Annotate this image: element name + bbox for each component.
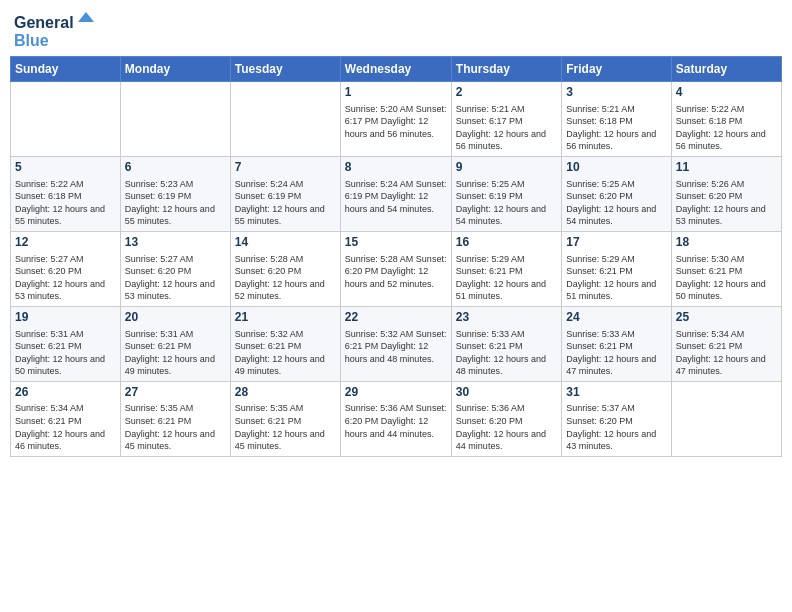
day-number: 21 bbox=[235, 310, 336, 326]
day-info: Sunrise: 5:28 AM Sunset: 6:20 PM Dayligh… bbox=[235, 253, 336, 303]
svg-text:Blue: Blue bbox=[14, 32, 49, 49]
logo-svg: General Blue bbox=[14, 10, 114, 50]
day-info: Sunrise: 5:32 AM Sunset: 6:21 PM Dayligh… bbox=[235, 328, 336, 378]
day-info: Sunrise: 5:27 AM Sunset: 6:20 PM Dayligh… bbox=[15, 253, 116, 303]
day-info: Sunrise: 5:32 AM Sunset: 6:21 PM Dayligh… bbox=[345, 328, 447, 366]
weekday-header-wednesday: Wednesday bbox=[340, 57, 451, 82]
day-number: 18 bbox=[676, 235, 777, 251]
calendar-cell: 21Sunrise: 5:32 AM Sunset: 6:21 PM Dayli… bbox=[230, 306, 340, 381]
day-info: Sunrise: 5:29 AM Sunset: 6:21 PM Dayligh… bbox=[566, 253, 666, 303]
calendar-cell: 4Sunrise: 5:22 AM Sunset: 6:18 PM Daylig… bbox=[671, 82, 781, 157]
day-info: Sunrise: 5:25 AM Sunset: 6:20 PM Dayligh… bbox=[566, 178, 666, 228]
day-info: Sunrise: 5:35 AM Sunset: 6:21 PM Dayligh… bbox=[235, 402, 336, 452]
day-number: 1 bbox=[345, 85, 447, 101]
logo-wrapper: General Blue bbox=[14, 10, 114, 50]
day-info: Sunrise: 5:21 AM Sunset: 6:18 PM Dayligh… bbox=[566, 103, 666, 153]
calendar-cell: 13Sunrise: 5:27 AM Sunset: 6:20 PM Dayli… bbox=[120, 231, 230, 306]
day-number: 29 bbox=[345, 385, 447, 401]
day-info: Sunrise: 5:31 AM Sunset: 6:21 PM Dayligh… bbox=[125, 328, 226, 378]
calendar-cell: 6Sunrise: 5:23 AM Sunset: 6:19 PM Daylig… bbox=[120, 156, 230, 231]
calendar-cell: 27Sunrise: 5:35 AM Sunset: 6:21 PM Dayli… bbox=[120, 381, 230, 456]
day-number: 10 bbox=[566, 160, 666, 176]
day-number: 27 bbox=[125, 385, 226, 401]
day-number: 20 bbox=[125, 310, 226, 326]
day-number: 4 bbox=[676, 85, 777, 101]
calendar-cell: 15Sunrise: 5:28 AM Sunset: 6:20 PM Dayli… bbox=[340, 231, 451, 306]
calendar-cell: 25Sunrise: 5:34 AM Sunset: 6:21 PM Dayli… bbox=[671, 306, 781, 381]
calendar-cell: 19Sunrise: 5:31 AM Sunset: 6:21 PM Dayli… bbox=[11, 306, 121, 381]
day-number: 30 bbox=[456, 385, 557, 401]
day-info: Sunrise: 5:26 AM Sunset: 6:20 PM Dayligh… bbox=[676, 178, 777, 228]
calendar-cell: 10Sunrise: 5:25 AM Sunset: 6:20 PM Dayli… bbox=[562, 156, 671, 231]
day-number: 28 bbox=[235, 385, 336, 401]
calendar-week-row: 26Sunrise: 5:34 AM Sunset: 6:21 PM Dayli… bbox=[11, 381, 782, 456]
day-info: Sunrise: 5:33 AM Sunset: 6:21 PM Dayligh… bbox=[456, 328, 557, 378]
day-info: Sunrise: 5:34 AM Sunset: 6:21 PM Dayligh… bbox=[676, 328, 777, 378]
day-info: Sunrise: 5:29 AM Sunset: 6:21 PM Dayligh… bbox=[456, 253, 557, 303]
calendar-cell: 2Sunrise: 5:21 AM Sunset: 6:17 PM Daylig… bbox=[451, 82, 561, 157]
calendar-cell: 3Sunrise: 5:21 AM Sunset: 6:18 PM Daylig… bbox=[562, 82, 671, 157]
weekday-header-saturday: Saturday bbox=[671, 57, 781, 82]
calendar-cell: 11Sunrise: 5:26 AM Sunset: 6:20 PM Dayli… bbox=[671, 156, 781, 231]
day-number: 17 bbox=[566, 235, 666, 251]
calendar-body: 1Sunrise: 5:20 AM Sunset: 6:17 PM Daylig… bbox=[11, 82, 782, 457]
calendar-table: SundayMondayTuesdayWednesdayThursdayFrid… bbox=[10, 56, 782, 457]
day-number: 12 bbox=[15, 235, 116, 251]
day-info: Sunrise: 5:22 AM Sunset: 6:18 PM Dayligh… bbox=[15, 178, 116, 228]
weekday-header-friday: Friday bbox=[562, 57, 671, 82]
day-number: 25 bbox=[676, 310, 777, 326]
day-info: Sunrise: 5:30 AM Sunset: 6:21 PM Dayligh… bbox=[676, 253, 777, 303]
day-info: Sunrise: 5:31 AM Sunset: 6:21 PM Dayligh… bbox=[15, 328, 116, 378]
calendar-cell: 30Sunrise: 5:36 AM Sunset: 6:20 PM Dayli… bbox=[451, 381, 561, 456]
day-info: Sunrise: 5:22 AM Sunset: 6:18 PM Dayligh… bbox=[676, 103, 777, 153]
day-number: 22 bbox=[345, 310, 447, 326]
day-info: Sunrise: 5:37 AM Sunset: 6:20 PM Dayligh… bbox=[566, 402, 666, 452]
calendar-cell: 5Sunrise: 5:22 AM Sunset: 6:18 PM Daylig… bbox=[11, 156, 121, 231]
day-number: 2 bbox=[456, 85, 557, 101]
day-number: 23 bbox=[456, 310, 557, 326]
calendar-cell: 31Sunrise: 5:37 AM Sunset: 6:20 PM Dayli… bbox=[562, 381, 671, 456]
day-number: 15 bbox=[345, 235, 447, 251]
day-number: 13 bbox=[125, 235, 226, 251]
svg-marker-1 bbox=[78, 12, 94, 22]
calendar-cell: 9Sunrise: 5:25 AM Sunset: 6:19 PM Daylig… bbox=[451, 156, 561, 231]
calendar-cell: 12Sunrise: 5:27 AM Sunset: 6:20 PM Dayli… bbox=[11, 231, 121, 306]
day-info: Sunrise: 5:25 AM Sunset: 6:19 PM Dayligh… bbox=[456, 178, 557, 228]
day-number: 3 bbox=[566, 85, 666, 101]
day-info: Sunrise: 5:24 AM Sunset: 6:19 PM Dayligh… bbox=[235, 178, 336, 228]
weekday-header-thursday: Thursday bbox=[451, 57, 561, 82]
logo: General Blue bbox=[14, 10, 114, 50]
day-info: Sunrise: 5:36 AM Sunset: 6:20 PM Dayligh… bbox=[456, 402, 557, 452]
calendar-cell: 17Sunrise: 5:29 AM Sunset: 6:21 PM Dayli… bbox=[562, 231, 671, 306]
day-number: 26 bbox=[15, 385, 116, 401]
day-info: Sunrise: 5:34 AM Sunset: 6:21 PM Dayligh… bbox=[15, 402, 116, 452]
day-info: Sunrise: 5:33 AM Sunset: 6:21 PM Dayligh… bbox=[566, 328, 666, 378]
calendar-cell bbox=[11, 82, 121, 157]
calendar-cell: 20Sunrise: 5:31 AM Sunset: 6:21 PM Dayli… bbox=[120, 306, 230, 381]
weekday-header-sunday: Sunday bbox=[11, 57, 121, 82]
calendar-cell: 14Sunrise: 5:28 AM Sunset: 6:20 PM Dayli… bbox=[230, 231, 340, 306]
weekday-header-monday: Monday bbox=[120, 57, 230, 82]
calendar-cell: 22Sunrise: 5:32 AM Sunset: 6:21 PM Dayli… bbox=[340, 306, 451, 381]
day-number: 5 bbox=[15, 160, 116, 176]
day-info: Sunrise: 5:20 AM Sunset: 6:17 PM Dayligh… bbox=[345, 103, 447, 141]
calendar-week-row: 5Sunrise: 5:22 AM Sunset: 6:18 PM Daylig… bbox=[11, 156, 782, 231]
calendar-cell: 24Sunrise: 5:33 AM Sunset: 6:21 PM Dayli… bbox=[562, 306, 671, 381]
calendar-cell: 16Sunrise: 5:29 AM Sunset: 6:21 PM Dayli… bbox=[451, 231, 561, 306]
calendar-cell: 18Sunrise: 5:30 AM Sunset: 6:21 PM Dayli… bbox=[671, 231, 781, 306]
calendar-cell: 26Sunrise: 5:34 AM Sunset: 6:21 PM Dayli… bbox=[11, 381, 121, 456]
day-number: 31 bbox=[566, 385, 666, 401]
day-number: 7 bbox=[235, 160, 336, 176]
day-number: 14 bbox=[235, 235, 336, 251]
calendar-cell bbox=[120, 82, 230, 157]
day-info: Sunrise: 5:23 AM Sunset: 6:19 PM Dayligh… bbox=[125, 178, 226, 228]
day-number: 16 bbox=[456, 235, 557, 251]
day-number: 24 bbox=[566, 310, 666, 326]
svg-text:General: General bbox=[14, 14, 74, 31]
calendar-header-row: SundayMondayTuesdayWednesdayThursdayFrid… bbox=[11, 57, 782, 82]
day-number: 8 bbox=[345, 160, 447, 176]
calendar-cell: 23Sunrise: 5:33 AM Sunset: 6:21 PM Dayli… bbox=[451, 306, 561, 381]
calendar-cell: 29Sunrise: 5:36 AM Sunset: 6:20 PM Dayli… bbox=[340, 381, 451, 456]
page-header: General Blue bbox=[10, 10, 782, 50]
calendar-cell: 8Sunrise: 5:24 AM Sunset: 6:19 PM Daylig… bbox=[340, 156, 451, 231]
